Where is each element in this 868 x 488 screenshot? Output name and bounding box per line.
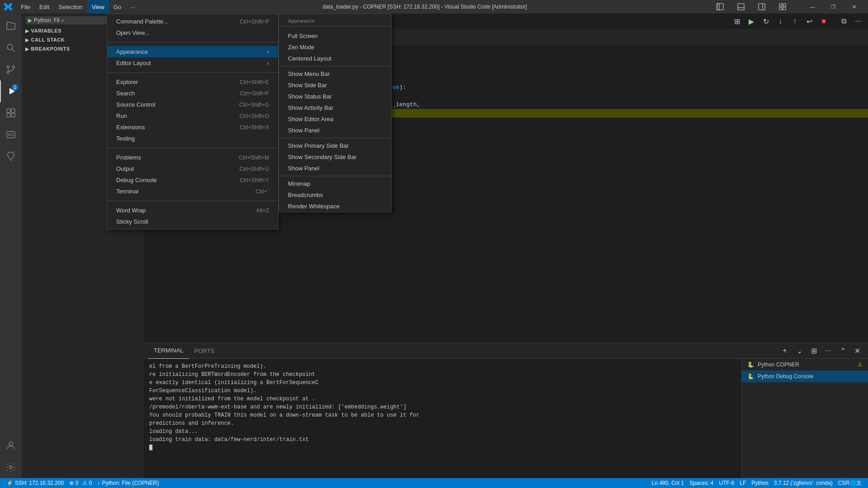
activity-explorer[interactable] <box>0 15 22 37</box>
menu-debug-console[interactable]: Debug Console Ctrl+Shift+Y <box>107 174 278 186</box>
terminal-tabs: TERMINAL PORTS + ⌄ ⊞ ··· ⌃ ✕ <box>144 343 868 359</box>
step-over-btn[interactable]: ↓ <box>774 15 787 28</box>
appearance-item-zen-mode[interactable]: Zen Mode <box>279 42 391 53</box>
menu-testing[interactable]: Testing <box>107 133 278 144</box>
menu-selection[interactable]: Selection <box>54 0 87 14</box>
more-actions-btn[interactable]: ··· <box>852 15 864 28</box>
activity-run-debug[interactable]: 1 <box>0 80 22 102</box>
layout-btn[interactable]: ⊞ <box>731 15 743 28</box>
terminal-tab-terminal[interactable]: TERMINAL <box>148 343 189 359</box>
menu-extensions[interactable]: Extensions Ctrl+Shift+X <box>107 122 278 133</box>
step-into-btn[interactable]: ↑ <box>788 15 801 28</box>
toggle-secondary-sidebar-btn[interactable] <box>751 0 772 14</box>
status-language[interactable]: Python <box>749 478 771 488</box>
terminal-python-copner[interactable]: 🐍 Python COPNER ⚠ <box>742 359 868 371</box>
appearance-item-render-whitespace[interactable]: Render Whitespace <box>279 201 391 212</box>
activity-source-control[interactable] <box>0 59 22 80</box>
menu-open-view[interactable]: Open View... <box>107 27 278 38</box>
status-python-env[interactable]: ↕ Python: File (COPNER) <box>94 478 161 488</box>
terminal-content[interactable]: el from a BertForPreTraining model). re … <box>144 359 741 478</box>
step-out-btn[interactable]: ↩ <box>803 15 816 28</box>
status-eol[interactable]: LF <box>737 478 749 488</box>
view-menu[interactable]: Command Palette... Ctrl+Shift+P Open Vie… <box>107 14 278 230</box>
restore-btn[interactable]: ❐ <box>823 0 844 14</box>
terminal-debug-console[interactable]: 🐍 Python Debug Console <box>742 371 868 382</box>
appearance-item-show-primary-side-bar[interactable]: Show Primary Side Bar <box>279 140 391 151</box>
appearance-item-full-screen[interactable]: Full Screen <box>279 30 391 42</box>
menu-file[interactable]: File <box>16 0 35 14</box>
menu-source-control[interactable]: Source Control Ctrl+Shift+G <box>107 99 278 110</box>
restart-btn[interactable]: ↻ <box>760 15 772 28</box>
close-btn[interactable]: ✕ <box>844 0 864 14</box>
status-cursor-pos[interactable]: Ln 480, Col 1 <box>649 478 687 488</box>
terminal-tab-ports[interactable]: PORTS <box>189 343 220 359</box>
menu-word-wrap[interactable]: Word Wrap Alt+Z <box>107 205 278 216</box>
status-spaces[interactable]: Spaces: 4 <box>687 478 716 488</box>
activity-remote-explorer[interactable] <box>0 124 22 145</box>
status-errors[interactable]: ⊗ 0 ⚠ 0 <box>66 478 94 488</box>
toggle-primary-sidebar-btn[interactable] <box>710 0 731 14</box>
separator <box>107 42 278 42</box>
appearance-item-show-secondary-side-bar[interactable]: Show Secondary Side Bar <box>279 151 391 163</box>
status-python-env-text: Python: File (COPNER) <box>102 480 159 486</box>
appearance-item-minimap[interactable]: Minimap <box>279 178 391 189</box>
activity-testing[interactable] <box>0 145 22 167</box>
appearance-item-centered-layout[interactable]: Centered Layout <box>279 53 391 64</box>
menu-sticky-scroll[interactable]: Sticky Scroll <box>107 216 278 227</box>
menu-edit[interactable]: Edit <box>35 0 54 14</box>
menu-terminal[interactable]: Terminal Ctrl+` <box>107 186 278 197</box>
terminal-line: e exactly identical (initializing a Bert… <box>149 379 736 387</box>
terminal-split-btn[interactable]: ⊞ <box>807 344 820 357</box>
status-extra[interactable]: CSR🌐文 <box>835 478 864 488</box>
appearance-item-show-panel[interactable]: Show Panel <box>279 163 391 174</box>
svg-rect-17 <box>11 109 15 113</box>
svg-rect-4 <box>759 4 765 10</box>
activity-extensions[interactable] <box>0 102 22 124</box>
sync-icon: ↕ <box>97 480 100 486</box>
menu-command-palette[interactable]: Command Palette... Ctrl+Shift+P <box>107 16 278 27</box>
menu-output[interactable]: Output Ctrl+Shift+U <box>107 163 278 174</box>
menu-appearance[interactable]: Appearance › <box>107 46 278 57</box>
activity-accounts[interactable] <box>0 435 22 456</box>
menu-explorer[interactable]: Explorer Ctrl+Shift+E <box>107 76 278 88</box>
menu-editor-layout[interactable]: Editor Layout › <box>107 57 278 69</box>
appearance-item-show-status-bar[interactable]: Show Status Bar <box>279 91 391 102</box>
menu-search[interactable]: Search Ctrl+Shift+F <box>107 88 278 99</box>
vscode-logo <box>4 2 13 11</box>
split-editor-btn[interactable]: ⧉ <box>837 15 850 28</box>
appearance-item-breadcrumbs[interactable]: Breadcrumbs <box>279 189 391 201</box>
activity-search[interactable] <box>0 37 22 59</box>
separator <box>107 201 278 201</box>
svg-point-13 <box>13 66 15 68</box>
menu-run[interactable]: Run Ctrl+Shift+D <box>107 110 278 122</box>
terminal-maximize-btn[interactable]: ⌃ <box>836 344 849 357</box>
terminal-python-label: Python COPNER <box>758 361 799 368</box>
terminal-more-btn[interactable]: ··· <box>822 344 835 357</box>
svg-point-24 <box>9 442 13 446</box>
appearance-item-show-menu-bar[interactable]: Show Menu Bar <box>279 68 391 80</box>
appearance-item-show-activity-bar[interactable]: Show Activity Bar <box>279 102 391 113</box>
new-terminal-btn[interactable]: + <box>778 344 791 357</box>
appearance-item-show-editor-area[interactable]: Show Editor Area <box>279 113 391 125</box>
appearance-item-show-side-bar[interactable]: Show Side Bar <box>279 80 391 91</box>
cursor-position: Ln 480, Col 1 <box>652 480 684 486</box>
status-ssh[interactable]: ⚡ SSH: 172.16.32.200 <box>4 478 66 488</box>
menu-more[interactable]: ··· <box>126 0 140 14</box>
run-btn[interactable]: ▶ <box>745 15 758 28</box>
appearance-submenu[interactable]: Appearance Full ScreenZen ModeCentered L… <box>278 14 392 212</box>
stop-btn[interactable]: ■ <box>817 15 830 28</box>
activity-settings[interactable] <box>0 456 22 478</box>
toggle-panel-btn[interactable] <box>731 0 751 14</box>
menu-problems[interactable]: Problems Ctrl+Shift+M <box>107 152 278 163</box>
menu-go[interactable]: Go <box>109 0 126 14</box>
minimize-btn[interactable]: — <box>802 0 823 14</box>
terminal-close-btn[interactable]: ✕ <box>851 344 863 357</box>
appearance-item-show-panel[interactable]: Show Panel <box>279 125 391 136</box>
status-interpreter[interactable]: 3.7.12 ('zgfenvs': conda) <box>771 478 835 488</box>
terminal-chevron-btn[interactable]: ⌄ <box>793 344 806 357</box>
customize-layout-btn[interactable] <box>772 0 793 14</box>
appearance-section: Appearance <box>279 14 391 30</box>
variables-chevron: ▶ <box>25 28 29 33</box>
menu-view[interactable]: View <box>87 0 109 14</box>
status-encoding[interactable]: UTF-8 <box>716 478 737 488</box>
